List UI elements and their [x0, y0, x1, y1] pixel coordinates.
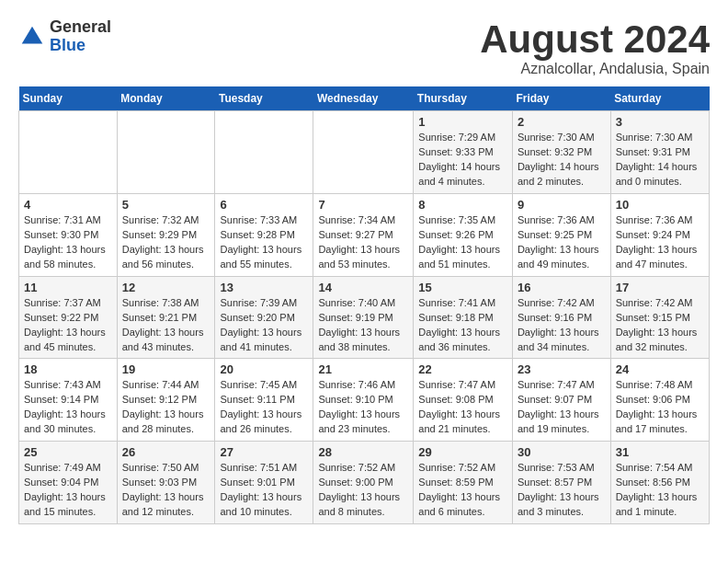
calendar-body: 1Sunrise: 7:29 AM Sunset: 9:33 PM Daylig…: [19, 111, 710, 524]
day-number: 24: [616, 362, 704, 376]
calendar-header: SundayMondayTuesdayWednesdayThursdayFrid…: [19, 86, 710, 111]
logo-blue: Blue: [50, 37, 111, 55]
day-detail: Sunrise: 7:53 AM Sunset: 8:57 PM Dayligh…: [518, 461, 606, 520]
weekday-header: Saturday: [610, 86, 709, 111]
calendar-day-cell: [19, 111, 118, 194]
day-detail: Sunrise: 7:33 AM Sunset: 9:28 PM Dayligh…: [220, 213, 308, 272]
calendar-day-cell: 8Sunrise: 7:35 AM Sunset: 9:26 PM Daylig…: [414, 193, 513, 276]
calendar-table: SundayMondayTuesdayWednesdayThursdayFrid…: [18, 86, 710, 524]
calendar-day-cell: 1Sunrise: 7:29 AM Sunset: 9:33 PM Daylig…: [414, 111, 513, 194]
calendar-week-row: 18Sunrise: 7:43 AM Sunset: 9:14 PM Dayli…: [19, 359, 710, 442]
day-number: 25: [24, 445, 112, 459]
calendar-day-cell: 24Sunrise: 7:48 AM Sunset: 9:06 PM Dayli…: [610, 359, 709, 442]
day-number: 22: [418, 362, 507, 376]
day-detail: Sunrise: 7:30 AM Sunset: 9:31 PM Dayligh…: [616, 131, 704, 190]
day-detail: Sunrise: 7:34 AM Sunset: 9:27 PM Dayligh…: [318, 213, 408, 272]
calendar-day-cell: 16Sunrise: 7:42 AM Sunset: 9:16 PM Dayli…: [512, 276, 610, 359]
weekday-header: Friday: [512, 86, 610, 111]
page-header: General Blue August 2024 Aznalcollar, An…: [18, 18, 710, 77]
calendar-day-cell: 10Sunrise: 7:36 AM Sunset: 9:24 PM Dayli…: [610, 193, 709, 276]
day-number: 19: [122, 362, 210, 376]
calendar-day-cell: [117, 111, 215, 194]
day-detail: Sunrise: 7:41 AM Sunset: 9:18 PM Dayligh…: [418, 296, 507, 355]
day-detail: Sunrise: 7:36 AM Sunset: 9:25 PM Dayligh…: [518, 213, 606, 272]
weekday-header: Wednesday: [313, 86, 414, 111]
calendar-week-row: 11Sunrise: 7:37 AM Sunset: 9:22 PM Dayli…: [19, 276, 710, 359]
day-number: 10: [616, 198, 704, 212]
day-detail: Sunrise: 7:40 AM Sunset: 9:19 PM Dayligh…: [318, 296, 408, 355]
day-number: 9: [518, 198, 606, 212]
weekday-header: Monday: [117, 86, 215, 111]
calendar-day-cell: 12Sunrise: 7:38 AM Sunset: 9:21 PM Dayli…: [117, 276, 215, 359]
weekday-header: Thursday: [414, 86, 513, 111]
day-detail: Sunrise: 7:37 AM Sunset: 9:22 PM Dayligh…: [24, 296, 112, 355]
logo-icon: [18, 23, 46, 51]
calendar-day-cell: 20Sunrise: 7:45 AM Sunset: 9:11 PM Dayli…: [215, 359, 313, 442]
day-detail: Sunrise: 7:44 AM Sunset: 9:12 PM Dayligh…: [122, 378, 210, 437]
calendar-day-cell: 15Sunrise: 7:41 AM Sunset: 9:18 PM Dayli…: [414, 276, 513, 359]
day-number: 15: [418, 281, 507, 294]
day-detail: Sunrise: 7:38 AM Sunset: 9:21 PM Dayligh…: [122, 296, 210, 355]
day-detail: Sunrise: 7:32 AM Sunset: 9:29 PM Dayligh…: [122, 213, 210, 272]
day-detail: Sunrise: 7:50 AM Sunset: 9:03 PM Dayligh…: [122, 461, 210, 520]
calendar-day-cell: 3Sunrise: 7:30 AM Sunset: 9:31 PM Daylig…: [610, 111, 709, 194]
day-detail: Sunrise: 7:39 AM Sunset: 9:20 PM Dayligh…: [220, 296, 308, 355]
calendar-day-cell: [215, 111, 313, 194]
day-detail: Sunrise: 7:49 AM Sunset: 9:04 PM Dayligh…: [24, 461, 112, 520]
calendar-day-cell: 18Sunrise: 7:43 AM Sunset: 9:14 PM Dayli…: [19, 359, 118, 442]
calendar-day-cell: 19Sunrise: 7:44 AM Sunset: 9:12 PM Dayli…: [117, 359, 215, 442]
day-number: 30: [518, 445, 606, 459]
day-detail: Sunrise: 7:51 AM Sunset: 9:01 PM Dayligh…: [220, 461, 308, 520]
day-detail: Sunrise: 7:46 AM Sunset: 9:10 PM Dayligh…: [318, 378, 408, 437]
weekday-row: SundayMondayTuesdayWednesdayThursdayFrid…: [19, 86, 710, 111]
day-number: 13: [220, 281, 308, 294]
day-detail: Sunrise: 7:29 AM Sunset: 9:33 PM Dayligh…: [418, 131, 507, 190]
day-detail: Sunrise: 7:52 AM Sunset: 8:59 PM Dayligh…: [418, 461, 507, 520]
calendar-day-cell: 13Sunrise: 7:39 AM Sunset: 9:20 PM Dayli…: [215, 276, 313, 359]
main-title: August 2024: [480, 18, 710, 61]
day-number: 7: [318, 198, 408, 212]
day-number: 17: [616, 281, 704, 294]
day-number: 26: [122, 445, 210, 459]
day-number: 20: [220, 362, 308, 376]
calendar-day-cell: 29Sunrise: 7:52 AM Sunset: 8:59 PM Dayli…: [414, 442, 513, 524]
calendar-day-cell: 11Sunrise: 7:37 AM Sunset: 9:22 PM Dayli…: [19, 276, 118, 359]
day-number: 6: [220, 198, 308, 212]
calendar-day-cell: 27Sunrise: 7:51 AM Sunset: 9:01 PM Dayli…: [215, 442, 313, 524]
day-detail: Sunrise: 7:47 AM Sunset: 9:08 PM Dayligh…: [418, 378, 507, 437]
calendar-day-cell: 2Sunrise: 7:30 AM Sunset: 9:32 PM Daylig…: [512, 111, 610, 194]
day-number: 4: [24, 198, 112, 212]
day-detail: Sunrise: 7:48 AM Sunset: 9:06 PM Dayligh…: [616, 378, 704, 437]
day-number: 21: [318, 362, 408, 376]
day-number: 28: [318, 445, 408, 459]
calendar-day-cell: [313, 111, 414, 194]
day-detail: Sunrise: 7:52 AM Sunset: 9:00 PM Dayligh…: [318, 461, 408, 520]
calendar-week-row: 1Sunrise: 7:29 AM Sunset: 9:33 PM Daylig…: [19, 111, 710, 194]
calendar-day-cell: 4Sunrise: 7:31 AM Sunset: 9:30 PM Daylig…: [19, 193, 118, 276]
calendar-week-row: 4Sunrise: 7:31 AM Sunset: 9:30 PM Daylig…: [19, 193, 710, 276]
day-number: 14: [318, 281, 408, 294]
day-detail: Sunrise: 7:36 AM Sunset: 9:24 PM Dayligh…: [616, 213, 704, 272]
calendar-day-cell: 23Sunrise: 7:47 AM Sunset: 9:07 PM Dayli…: [512, 359, 610, 442]
calendar-day-cell: 21Sunrise: 7:46 AM Sunset: 9:10 PM Dayli…: [313, 359, 414, 442]
day-number: 12: [122, 281, 210, 294]
day-detail: Sunrise: 7:43 AM Sunset: 9:14 PM Dayligh…: [24, 378, 112, 437]
day-detail: Sunrise: 7:42 AM Sunset: 9:15 PM Dayligh…: [616, 296, 704, 355]
day-number: 16: [518, 281, 606, 294]
logo: General Blue: [18, 18, 111, 55]
calendar-day-cell: 7Sunrise: 7:34 AM Sunset: 9:27 PM Daylig…: [313, 193, 414, 276]
calendar-day-cell: 26Sunrise: 7:50 AM Sunset: 9:03 PM Dayli…: [117, 442, 215, 524]
logo-general: General: [50, 18, 111, 37]
day-detail: Sunrise: 7:31 AM Sunset: 9:30 PM Dayligh…: [24, 213, 112, 272]
calendar-day-cell: 22Sunrise: 7:47 AM Sunset: 9:08 PM Dayli…: [414, 359, 513, 442]
day-number: 29: [418, 445, 507, 459]
calendar-day-cell: 9Sunrise: 7:36 AM Sunset: 9:25 PM Daylig…: [512, 193, 610, 276]
calendar-day-cell: 5Sunrise: 7:32 AM Sunset: 9:29 PM Daylig…: [117, 193, 215, 276]
calendar-day-cell: 25Sunrise: 7:49 AM Sunset: 9:04 PM Dayli…: [19, 442, 118, 524]
day-detail: Sunrise: 7:35 AM Sunset: 9:26 PM Dayligh…: [418, 213, 507, 272]
weekday-header: Tuesday: [215, 86, 313, 111]
day-number: 2: [518, 115, 606, 129]
day-detail: Sunrise: 7:30 AM Sunset: 9:32 PM Dayligh…: [518, 131, 606, 190]
day-detail: Sunrise: 7:42 AM Sunset: 9:16 PM Dayligh…: [518, 296, 606, 355]
calendar-week-row: 25Sunrise: 7:49 AM Sunset: 9:04 PM Dayli…: [19, 442, 710, 524]
